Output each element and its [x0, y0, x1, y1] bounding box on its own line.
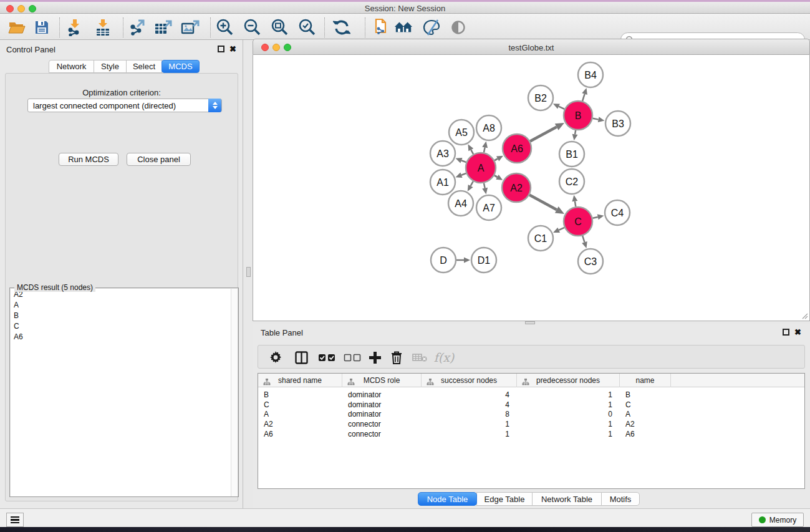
cell-A-MCDS-role[interactable]: dominator	[348, 410, 381, 418]
run-mcds-button[interactable]: Run MCDS	[59, 153, 118, 166]
cell-A-shared-name[interactable]: A	[264, 410, 269, 418]
graph-edge-A-A6[interactable]	[494, 158, 498, 160]
network-graph[interactable]: B4B2BB3A8A5A6B1A3AC2A1A2A4A7C4CC1C3DD1	[253, 55, 809, 320]
zoom-out-icon[interactable]	[243, 18, 261, 37]
import-network-icon[interactable]	[65, 18, 84, 37]
graph-edge-A-A8[interactable]	[484, 147, 485, 152]
tab-select[interactable]: Select	[126, 60, 162, 73]
mcds-result-list[interactable]: A2ABCA6	[11, 289, 232, 496]
cell-A6-predecessor-nodes[interactable]: 1	[517, 430, 612, 438]
graph-edge-C-C4[interactable]	[592, 217, 597, 218]
graph-edge-B-B2[interactable]	[559, 107, 564, 109]
cell-A2-successor-nodes[interactable]: 1	[422, 420, 509, 428]
tab-motifs[interactable]: Motifs	[601, 492, 640, 506]
cell-C-successor-nodes[interactable]: 4	[422, 400, 509, 409]
cell-B-predecessor-nodes[interactable]: 1	[517, 390, 612, 399]
refresh-icon[interactable]	[332, 18, 351, 37]
graph-edge-A2-C[interactable]	[529, 195, 557, 210]
cell-A-successor-nodes[interactable]: 8	[422, 410, 509, 418]
graph-edge-A-A2[interactable]	[494, 175, 498, 177]
graph-edge-A6-B[interactable]	[530, 127, 557, 142]
result-item-B[interactable]: B	[11, 310, 232, 321]
select-all-icon[interactable]	[316, 348, 338, 367]
tab-edge-table[interactable]: Edge Table	[476, 492, 533, 506]
style-icon[interactable]	[422, 18, 441, 37]
cell-A6-successor-nodes[interactable]: 1	[422, 430, 509, 438]
open-file-icon[interactable]	[7, 18, 26, 37]
column-layout-icon[interactable]	[292, 348, 310, 367]
tab-node-table[interactable]: Node Table	[418, 492, 477, 506]
memory-button[interactable]: Memory	[751, 513, 804, 527]
cell-A2-predecessor-nodes[interactable]: 1	[517, 420, 612, 428]
graph-edge-C-C1[interactable]	[559, 228, 564, 230]
show-panels-button[interactable]	[6, 513, 24, 527]
graph-edge-B-B3[interactable]	[593, 118, 599, 120]
cell-A2-name[interactable]: A2	[625, 420, 635, 428]
export-table-icon[interactable]	[154, 18, 173, 37]
gear-icon[interactable]	[268, 348, 284, 367]
cell-A2-MCDS-role[interactable]: connector	[348, 420, 381, 428]
node-table[interactable]: shared nameMCDS rolesuccessor nodesprede…	[258, 373, 805, 489]
result-item-C[interactable]: C	[11, 321, 232, 331]
delete-table-icon[interactable]	[410, 348, 430, 367]
cell-B-successor-nodes[interactable]: 4	[422, 390, 509, 399]
add-column-icon[interactable]	[365, 348, 384, 367]
resize-handle-icon[interactable]	[802, 313, 808, 319]
cell-C-name[interactable]: C	[625, 400, 631, 409]
split-divider-grip[interactable]	[246, 267, 251, 277]
column-header-successor-nodes[interactable]: successor nodes	[422, 374, 517, 387]
import-table-icon[interactable]	[94, 18, 112, 37]
open-session-icon[interactable]	[371, 18, 390, 37]
result-item-A[interactable]: A	[11, 299, 232, 310]
graph-edge-A-A3[interactable]	[461, 160, 466, 162]
cell-B-shared-name[interactable]: B	[264, 390, 269, 399]
delete-icon[interactable]	[387, 348, 406, 367]
graph-edge-A-A4[interactable]	[471, 181, 473, 186]
graph-edge-B-B4[interactable]	[582, 94, 585, 101]
zoom-selected-icon[interactable]	[297, 18, 316, 37]
cell-C-MCDS-role[interactable]: dominator	[348, 400, 381, 409]
result-item-A6[interactable]: A6	[11, 331, 232, 342]
tab-style[interactable]: Style	[94, 60, 127, 73]
save-session-icon[interactable]	[32, 18, 51, 37]
column-header-shared-name[interactable]: shared name	[258, 374, 342, 387]
tab-network-table[interactable]: Network Table	[532, 492, 602, 506]
cell-B-MCDS-role[interactable]: dominator	[348, 390, 381, 399]
graph-edge-B-B1[interactable]	[575, 130, 576, 135]
close-panel-button[interactable]: Close panel	[127, 153, 191, 166]
export-image-icon[interactable]	[181, 18, 200, 37]
float-panel-icon[interactable]	[783, 329, 789, 336]
function-builder-icon[interactable]: f(x)	[432, 348, 456, 367]
column-header-predecessor-nodes[interactable]: predecessor nodes	[517, 374, 620, 387]
cell-A2-shared-name[interactable]: A2	[264, 420, 273, 428]
graph-edge-A-A1[interactable]	[461, 173, 466, 175]
zoom-fit-icon[interactable]	[270, 18, 289, 37]
close-panel-icon[interactable]: ✖	[229, 46, 236, 52]
column-header-MCDS-role[interactable]: MCDS role	[342, 374, 422, 387]
cell-A6-shared-name[interactable]: A6	[264, 430, 273, 438]
graph-edge-C-C3[interactable]	[582, 236, 584, 243]
tab-network[interactable]: Network	[49, 60, 94, 73]
graph-edge-A-A7[interactable]	[484, 183, 485, 188]
zoom-in-icon[interactable]	[215, 18, 234, 37]
cell-B-name[interactable]: B	[625, 390, 630, 399]
graph-edge-A-A5[interactable]	[471, 150, 473, 154]
cell-A6-name[interactable]: A6	[625, 430, 635, 438]
cell-A6-MCDS-role[interactable]: connector	[348, 430, 381, 438]
home-icon[interactable]	[394, 18, 413, 37]
tab-mcds[interactable]: MCDS	[162, 60, 200, 73]
float-panel-icon[interactable]	[218, 46, 224, 52]
cell-C-predecessor-nodes[interactable]: 1	[517, 400, 612, 409]
network-canvas[interactable]: B4B2BB3A8A5A6B1A3AC2A1A2A4A7C4CC1C3DD1	[253, 55, 810, 321]
cell-C-shared-name[interactable]: C	[264, 400, 269, 409]
result-scrollbar[interactable]	[231, 289, 238, 496]
deselect-all-icon[interactable]	[341, 348, 364, 367]
close-panel-icon[interactable]: ✖	[794, 329, 801, 336]
export-network-icon[interactable]	[128, 18, 147, 37]
cell-A-predecessor-nodes[interactable]: 0	[517, 410, 612, 418]
cell-A-name[interactable]: A	[625, 410, 630, 418]
column-header-name[interactable]: name	[620, 374, 671, 387]
graph-edge-C-C2[interactable]	[575, 201, 576, 207]
optimization-criterion-select[interactable]: largest connected component (directed)	[27, 99, 222, 112]
eye-icon[interactable]	[449, 18, 468, 37]
